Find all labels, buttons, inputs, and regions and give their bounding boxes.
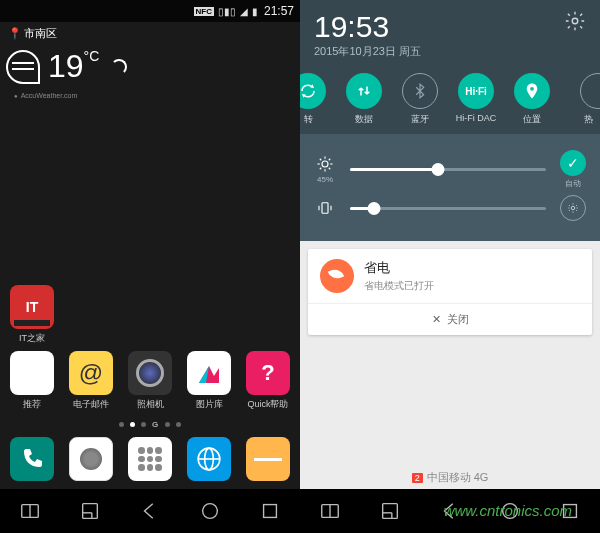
- page-indicator[interactable]: G: [0, 420, 300, 429]
- nav-home-button[interactable]: [196, 497, 224, 525]
- tile-rotate[interactable]: 转: [300, 73, 336, 126]
- weather-credit: AccuWeather.com: [14, 92, 77, 99]
- nav-qslide-button[interactable]: [376, 497, 404, 525]
- dot: [176, 422, 181, 427]
- tile-location[interactable]: 位置: [504, 73, 560, 126]
- notif-subtitle: 省电模式已打开: [364, 279, 434, 293]
- app-gallery[interactable]: 图片库: [183, 351, 235, 411]
- home-screen: NFC ▯▮▯ ◢ ▮ 21:57 📍 市南区 19°C AccuWeather…: [0, 0, 300, 533]
- dot: [141, 422, 146, 427]
- app-ithome[interactable]: IT IT之家: [6, 285, 58, 345]
- dock-phone[interactable]: [6, 437, 58, 481]
- tile-label: 蓝牙: [411, 113, 429, 126]
- carrier-label: 2中国移动 4G: [300, 470, 600, 485]
- brightness-percent: 45%: [317, 175, 333, 184]
- volume-slider-row: [310, 195, 590, 221]
- hifi-icon: Hi·Fi: [458, 73, 494, 109]
- dot-active: [130, 422, 135, 427]
- app-label: 电子邮件: [73, 398, 109, 411]
- nav-dual-button[interactable]: [16, 497, 44, 525]
- brightness-slider-row: 45% ✓自动: [310, 150, 590, 189]
- app-label: 照相机: [137, 398, 164, 411]
- svg-point-10: [203, 504, 218, 519]
- location-text: 市南区: [24, 26, 57, 41]
- app-email[interactable]: @ 电子邮件: [65, 351, 117, 411]
- dock-messages[interactable]: [242, 437, 294, 481]
- tile-label: 数据: [355, 113, 373, 126]
- location-icon: [514, 73, 550, 109]
- svg-point-15: [530, 87, 534, 91]
- tile-label: 热: [584, 113, 593, 126]
- apps-icon: [128, 437, 172, 481]
- weather-icon: [6, 50, 40, 84]
- tile-data[interactable]: 数据: [336, 73, 392, 126]
- app-quickhelp[interactable]: ? Quick帮助: [242, 351, 294, 411]
- svg-rect-7: [83, 504, 98, 519]
- globe-icon: [187, 437, 231, 481]
- notif-close-button[interactable]: ✕ 关闭: [308, 303, 592, 335]
- settings-button[interactable]: [564, 10, 586, 32]
- qs-tiles[interactable]: 转 数据 蓝牙 Hi·FiHi-Fi DAC 位置 热: [300, 65, 600, 134]
- pin-icon: 📍: [8, 27, 22, 40]
- svg-line-22: [329, 168, 331, 170]
- app-label: Quick帮助: [247, 398, 288, 411]
- status-bar: NFC ▯▮▯ ◢ ▮ 21:57: [0, 0, 300, 22]
- vibrate-icon: [310, 199, 340, 217]
- refresh-icon[interactable]: [111, 59, 127, 75]
- nav-home-button[interactable]: [496, 497, 524, 525]
- sound-settings-button[interactable]: [560, 195, 586, 221]
- svg-rect-31: [383, 504, 398, 519]
- dock-apps[interactable]: [124, 437, 176, 481]
- app-camera[interactable]: 照相机: [124, 351, 176, 411]
- contacts-icon: [69, 437, 113, 481]
- tile-label: Hi-Fi DAC: [456, 113, 497, 123]
- brightness-icon: 45%: [310, 155, 340, 184]
- dot: [119, 422, 124, 427]
- tile-label: 转: [304, 113, 313, 126]
- weather-widget[interactable]: 19°C: [6, 48, 127, 85]
- svg-line-21: [320, 159, 322, 161]
- app-recommend[interactable]: 推荐: [6, 351, 58, 411]
- dot-g: G: [152, 420, 159, 429]
- svg-point-12: [572, 18, 578, 24]
- gallery-icon: [187, 351, 231, 395]
- weather-temp: 19: [48, 48, 84, 84]
- notification-card[interactable]: 省电 省电模式已打开 ✕ 关闭: [308, 249, 592, 335]
- volume-slider[interactable]: [350, 207, 546, 210]
- sim-badge: 2: [412, 473, 423, 483]
- data-icon: [346, 73, 382, 109]
- nav-recent-button[interactable]: [256, 497, 284, 525]
- dock-browser[interactable]: [183, 437, 235, 481]
- ithome-icon: IT: [10, 285, 54, 329]
- dot: [165, 422, 170, 427]
- dock-contacts[interactable]: [65, 437, 117, 481]
- nav-recent-button[interactable]: [556, 497, 584, 525]
- hotspot-icon: [580, 73, 600, 109]
- nav-back-button[interactable]: [436, 497, 464, 525]
- quickhelp-icon: ?: [246, 351, 290, 395]
- nav-qslide-button[interactable]: [76, 497, 104, 525]
- svg-rect-35: [564, 505, 577, 518]
- nfc-icon: NFC: [194, 7, 214, 16]
- rotate-icon: [300, 73, 326, 109]
- tile-bluetooth[interactable]: 蓝牙: [392, 73, 448, 126]
- phone-icon: [10, 437, 54, 481]
- close-icon: ✕: [432, 313, 441, 326]
- camera-icon: [128, 351, 172, 395]
- brightness-slider[interactable]: [350, 168, 546, 171]
- nav-back-button[interactable]: [136, 497, 164, 525]
- nav-dual-button[interactable]: [316, 497, 344, 525]
- tile-label: 位置: [523, 113, 541, 126]
- location-label[interactable]: 📍 市南区: [8, 26, 57, 41]
- weather-unit: °C: [84, 48, 100, 64]
- qs-date: 2015年10月23日 周五: [314, 44, 421, 59]
- auto-brightness-toggle[interactable]: ✓: [560, 150, 586, 176]
- bluetooth-icon: [402, 73, 438, 109]
- app-label: 推荐: [23, 398, 41, 411]
- app-label: 图片库: [196, 398, 223, 411]
- email-icon: @: [69, 351, 113, 395]
- tile-hifi[interactable]: Hi·FiHi-Fi DAC: [448, 73, 504, 126]
- svg-rect-25: [322, 203, 328, 214]
- svg-line-24: [329, 159, 331, 161]
- tile-hotspot[interactable]: 热: [560, 73, 600, 126]
